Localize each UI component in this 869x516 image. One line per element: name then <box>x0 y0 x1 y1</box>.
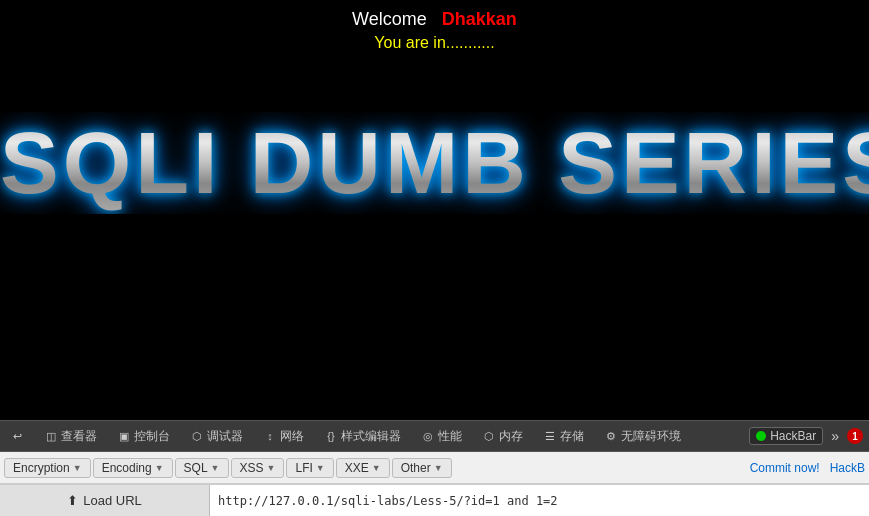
dev-tool-style-editor[interactable]: {} 样式编辑器 <box>320 426 405 447</box>
inspector-label: 查看器 <box>61 428 97 445</box>
dev-tool-memory[interactable]: ⬡ 内存 <box>478 426 527 447</box>
toolbar-right: HackBar » 1 <box>749 426 863 446</box>
style-editor-label: 样式编辑器 <box>341 428 401 445</box>
you-are-in: You are in........... <box>374 34 494 52</box>
commit-now[interactable]: Commit now! HackB <box>750 461 865 475</box>
load-url-label: Load URL <box>83 493 142 508</box>
encoding-arrow: ▼ <box>155 463 164 473</box>
dev-tool-network[interactable]: ↕ 网络 <box>259 426 308 447</box>
more-tools-btn[interactable]: » <box>827 426 843 446</box>
console-icon: ▣ <box>117 429 131 443</box>
url-input[interactable] <box>210 485 869 516</box>
console-label: 控制台 <box>134 428 170 445</box>
dev-tool-back[interactable]: ↩ <box>6 427 28 445</box>
accessibility-icon: ⚙ <box>604 429 618 443</box>
xss-label: XSS <box>240 461 264 475</box>
hackbar-badge[interactable]: HackBar <box>749 427 823 445</box>
dev-tool-debugger[interactable]: ⬡ 调试器 <box>186 426 247 447</box>
performance-icon: ◎ <box>421 429 435 443</box>
back-icon: ↩ <box>10 429 24 443</box>
lfi-label: LFI <box>295 461 312 475</box>
xxe-arrow: ▼ <box>372 463 381 473</box>
welcome-line: Welcome Dhakkan <box>352 9 517 30</box>
lfi-menu[interactable]: LFI ▼ <box>286 458 333 478</box>
encoding-label: Encoding <box>102 461 152 475</box>
performance-label: 性能 <box>438 428 462 445</box>
dev-tool-inspector[interactable]: ◫ 查看器 <box>40 426 101 447</box>
dev-tool-accessibility[interactable]: ⚙ 无障碍环境 <box>600 426 685 447</box>
debugger-label: 调试器 <box>207 428 243 445</box>
title-banner: SQLI DUMB SERIES-5 <box>0 112 869 214</box>
style-editor-icon: {} <box>324 429 338 443</box>
other-menu[interactable]: Other ▼ <box>392 458 452 478</box>
network-label: 网络 <box>280 428 304 445</box>
other-arrow: ▼ <box>434 463 443 473</box>
error-badge[interactable]: 1 <box>847 428 863 444</box>
sql-menu[interactable]: SQL ▼ <box>175 458 229 478</box>
inspector-icon: ◫ <box>44 429 58 443</box>
hackbar-toolbar: Encryption ▼ Encoding ▼ SQL ▼ XSS ▼ LFI … <box>0 452 869 484</box>
xss-menu[interactable]: XSS ▼ <box>231 458 285 478</box>
hackbar-status-dot <box>756 431 766 441</box>
storage-label: 存储 <box>560 428 584 445</box>
network-icon: ↕ <box>263 429 277 443</box>
xxe-menu[interactable]: XXE ▼ <box>336 458 390 478</box>
encryption-menu[interactable]: Encryption ▼ <box>4 458 91 478</box>
memory-label: 内存 <box>499 428 523 445</box>
hackb-label: HackB <box>830 461 865 475</box>
debugger-icon: ⬡ <box>190 429 204 443</box>
welcome-label: Welcome <box>352 9 427 29</box>
title-text: SQLI DUMB SERIES-5 <box>0 112 869 214</box>
hackbar-label: HackBar <box>770 429 816 443</box>
username: Dhakkan <box>442 9 517 29</box>
load-url-button[interactable]: ⬆ Load URL <box>0 485 210 517</box>
upload-icon: ⬆ <box>67 493 78 508</box>
sql-label: SQL <box>184 461 208 475</box>
storage-icon: ☰ <box>543 429 557 443</box>
dev-toolbar: ↩ ◫ 查看器 ▣ 控制台 ⬡ 调试器 ↕ 网络 {} 样式编辑器 ◎ 性能 ⬡… <box>0 420 869 452</box>
encoding-menu[interactable]: Encoding ▼ <box>93 458 173 478</box>
url-bar-row: ⬆ Load URL <box>0 484 869 516</box>
dev-tool-performance[interactable]: ◎ 性能 <box>417 426 466 447</box>
lfi-arrow: ▼ <box>316 463 325 473</box>
xss-arrow: ▼ <box>267 463 276 473</box>
dev-tool-console[interactable]: ▣ 控制台 <box>113 426 174 447</box>
memory-icon: ⬡ <box>482 429 496 443</box>
main-content: Welcome Dhakkan You are in........... SQ… <box>0 0 869 420</box>
xxe-label: XXE <box>345 461 369 475</box>
encryption-label: Encryption <box>13 461 70 475</box>
accessibility-label: 无障碍环境 <box>621 428 681 445</box>
dev-tool-storage[interactable]: ☰ 存储 <box>539 426 588 447</box>
sql-arrow: ▼ <box>211 463 220 473</box>
other-label: Other <box>401 461 431 475</box>
encryption-arrow: ▼ <box>73 463 82 473</box>
commit-label: Commit now! <box>750 461 820 475</box>
